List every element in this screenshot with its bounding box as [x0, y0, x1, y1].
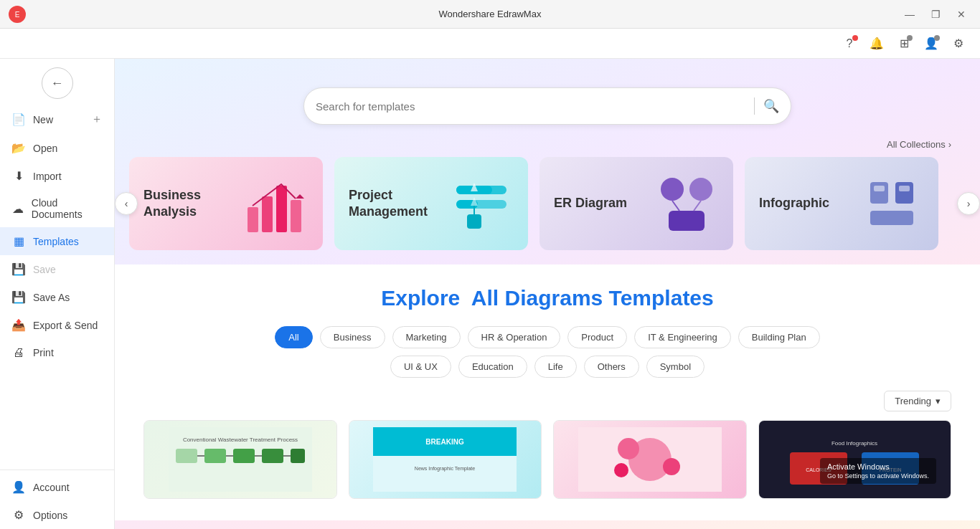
svg-text:BREAKING: BREAKING [426, 438, 465, 446]
sidebar-label-templates: Templates [33, 236, 79, 247]
svg-line-19 [694, 201, 701, 211]
collections-label: All Collections [887, 139, 946, 150]
sidebar-item-saveas[interactable]: 💾 Save As [0, 283, 114, 311]
sort-arrow: ▾ [936, 396, 941, 406]
pill-education[interactable]: Education [458, 356, 527, 378]
thumb-visual-4: Food Infographics CALORIES PROTEIN [759, 421, 951, 498]
thumb-visual-3 [554, 421, 746, 498]
thumb-card-2[interactable]: BREAKING News Infographic Template [349, 420, 542, 499]
pill-business[interactable]: Business [320, 326, 385, 348]
pill-it[interactable]: IT & Engineering [634, 326, 731, 348]
explore-section: Explore All Diagrams Templates All Busin… [115, 264, 980, 520]
pill-marketing[interactable]: Marketing [392, 326, 461, 348]
svg-rect-23 [874, 186, 885, 191]
sidebar-item-import[interactable]: ⬇ Import [0, 162, 114, 190]
filter-pills-row1: All Business Marketing HR & Operation Pr… [143, 326, 951, 348]
top-toolbar: ? 🔔 ⊞ 👤 ⚙ [0, 29, 980, 59]
thumb-card-4[interactable]: Food Infographics CALORIES PROTEIN Activ… [758, 420, 952, 499]
carousel-card-label-project: ProjectManagement [349, 187, 428, 221]
thumb-visual-2: BREAKING News Infographic Template [349, 421, 542, 498]
carousel-next-button[interactable]: › [957, 192, 980, 215]
cloud-icon: ☁ [11, 202, 24, 216]
pill-ui[interactable]: UI & UX [390, 356, 451, 378]
thumb-visual-1: Conventional Wastewater Treatment Proces… [144, 421, 336, 498]
carousel-card-label-infographic: Infographic [759, 195, 829, 211]
carousel-card-er[interactable]: ER Diagram [540, 157, 733, 250]
search-input[interactable] [316, 100, 745, 113]
svg-rect-29 [233, 449, 255, 463]
save-icon: 💾 [11, 262, 26, 276]
svg-rect-38 [373, 456, 517, 492]
sidebar-label-options: Options [33, 510, 67, 521]
pill-others[interactable]: Others [584, 356, 639, 378]
thumb-card-3[interactable] [553, 420, 747, 499]
search-button[interactable]: 🔍 [763, 98, 779, 114]
sort-dropdown[interactable]: Trending ▾ [884, 391, 951, 411]
pill-building[interactable]: Building Plan [738, 326, 820, 348]
account-icon: 👤 [11, 480, 26, 494]
filter-pills-row2: UI & UX Education Life Others Symbol [143, 356, 951, 378]
svg-rect-27 [176, 449, 197, 463]
sidebar-label-open: Open [33, 143, 57, 154]
maximize-button[interactable]: ❐ [925, 4, 946, 24]
svg-rect-3 [262, 196, 273, 232]
sidebar-item-new[interactable]: 📄 New ＋ [0, 105, 114, 134]
svg-point-15 [661, 178, 684, 201]
pill-life[interactable]: Life [534, 356, 577, 378]
thumb-card-1[interactable]: Conventional Wastewater Treatment Proces… [143, 420, 337, 499]
svg-rect-4 [276, 186, 287, 232]
help-icon[interactable]: ? [839, 34, 859, 54]
close-button[interactable]: ✕ [951, 4, 971, 24]
new-icon: 📄 [11, 113, 26, 126]
sidebar-item-export[interactable]: 📤 Export & Send [0, 311, 114, 339]
search-box: 🔍 [303, 87, 791, 125]
user-icon[interactable]: 👤 [921, 34, 941, 54]
export-icon: 📤 [11, 318, 26, 332]
sidebar-item-open[interactable]: 📂 Open [0, 134, 114, 162]
sidebar-item-save: 💾 Save [0, 255, 114, 283]
app-title: Wondershare EdrawMax [439, 9, 542, 19]
all-collections-link[interactable]: All Collections › [115, 139, 980, 157]
sidebar-item-options[interactable]: ⚙ Options [0, 501, 114, 529]
svg-text:News Infographic Template: News Infographic Template [415, 466, 475, 472]
sidebar-label-saveas: Save As [33, 292, 70, 303]
svg-rect-11 [467, 214, 481, 229]
pill-product[interactable]: Product [567, 326, 627, 348]
svg-point-43 [663, 458, 680, 475]
svg-rect-21 [895, 182, 913, 204]
sidebar-label-save: Save [33, 264, 56, 275]
carousel-card-visual-project [449, 171, 514, 236]
search-divider [754, 97, 755, 115]
svg-rect-20 [870, 182, 888, 204]
sidebar: ← 📄 New ＋ 📂 Open ⬇ Import ☁ Cloud Docume… [0, 59, 115, 529]
pill-all[interactable]: All [275, 326, 312, 348]
community-icon[interactable]: ⊞ [894, 34, 914, 54]
sidebar-item-templates[interactable]: ▦ Templates [0, 227, 114, 255]
pill-symbol[interactable]: Symbol [646, 356, 705, 378]
carousel-card-project[interactable]: ProjectManagement [334, 157, 528, 250]
minimize-button[interactable]: — [900, 4, 920, 24]
back-button[interactable]: ← [42, 67, 73, 99]
sort-label: Trending [895, 396, 931, 406]
sort-area: Trending ▾ [143, 385, 951, 420]
open-icon: 📂 [11, 141, 26, 155]
title-bar-left: E [9, 6, 26, 23]
carousel-card-visual-er [654, 171, 719, 236]
settings-icon[interactable]: ⚙ [948, 34, 969, 54]
carousel-card-business[interactable]: BusinessAnalysis [129, 157, 323, 250]
carousel-card-visual-infographic [859, 171, 924, 236]
import-icon: ⬇ [11, 169, 26, 183]
carousel-card-infographic[interactable]: Infographic [745, 157, 938, 250]
notification-icon[interactable]: 🔔 [867, 34, 887, 54]
sidebar-item-cloud[interactable]: ☁ Cloud Documents [0, 190, 114, 227]
svg-rect-30 [262, 449, 283, 463]
svg-text:CALORIES: CALORIES [806, 467, 832, 472]
sidebar-item-account[interactable]: 👤 Account [0, 473, 114, 501]
app-icon: E [9, 6, 26, 23]
pill-hr[interactable]: HR & Operation [468, 326, 561, 348]
carousel-card-label-er: ER Diagram [554, 195, 627, 211]
carousel-prev-button[interactable]: ‹ [115, 192, 138, 215]
sidebar-item-print[interactable]: 🖨 Print [0, 339, 114, 366]
new-plus-icon: ＋ [91, 112, 103, 127]
svg-rect-2 [248, 207, 258, 232]
